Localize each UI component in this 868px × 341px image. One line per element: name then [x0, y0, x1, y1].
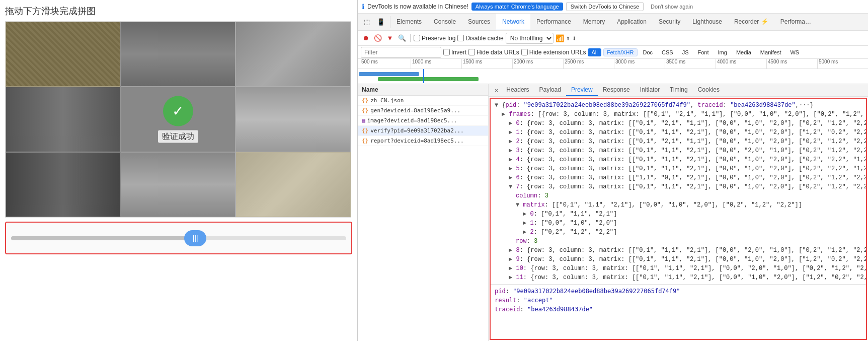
inspect-icon[interactable]: ⬚ [361, 16, 373, 28]
wifi-icon[interactable]: 📶 [556, 34, 564, 42]
json-root: ▼ {pid: "9e09a317022ba24eeb08ed88be39a26… [495, 101, 862, 110]
tab-initiator[interactable]: Initiator [635, 84, 665, 96]
preserve-log-checkbox[interactable] [414, 35, 420, 41]
puzzle-cell-2-2 [235, 152, 351, 217]
slider-fill [11, 236, 195, 240]
device-icon[interactable]: 📱 [375, 16, 387, 28]
json-item2: ▶ 2: {row: 3, column: 3, matrix: [["0,1"… [495, 137, 862, 146]
switch-chinese-button[interactable]: Switch DevTools to Chinese [566, 2, 644, 11]
upload-icon[interactable]: ⬆ [566, 34, 570, 42]
tab-console[interactable]: Console [428, 14, 462, 31]
invert-checkbox[interactable] [443, 49, 450, 55]
invert-label[interactable]: Invert [443, 49, 466, 56]
tab-sources[interactable]: Sources [462, 14, 496, 31]
item6-arrow[interactable]: ▶ [509, 174, 512, 181]
match-language-button[interactable]: Always match Chrome's language [471, 3, 563, 11]
matrix-arrow[interactable]: ▼ [516, 201, 519, 209]
item4-arrow[interactable]: ▶ [509, 156, 512, 163]
tab-elements[interactable]: Elements [390, 14, 428, 31]
network-item-name-2: image?deviceid=8ad198ec5... [367, 117, 457, 124]
item9-arrow[interactable]: ▶ [509, 256, 512, 263]
filter-img[interactable]: Img [715, 48, 731, 56]
timeline-area: 500 ms 1000 ms 1500 ms 2000 ms 2500 ms 3… [358, 59, 868, 84]
item3-arrow[interactable]: ▶ [509, 147, 512, 154]
timeline-bar-2 [378, 77, 479, 81]
hide-ext-urls-label[interactable]: Hide extension URLs [521, 49, 586, 56]
matrix1-arrow[interactable]: ▶ [523, 220, 526, 227]
matrix2-arrow[interactable]: ▶ [523, 229, 526, 236]
network-item-gen[interactable]: {} gen?deviceid=8ad198ec5a9... [358, 106, 488, 116]
filter-media[interactable]: Media [733, 48, 755, 56]
mark-500: 500 ms [360, 59, 411, 69]
timeline-bar-1 [359, 72, 419, 76]
item7-arrow[interactable]: ▼ [509, 183, 512, 190]
network-item-name-0: zh-CN.json [370, 97, 404, 104]
tab-performance2[interactable]: Performa… [774, 14, 817, 31]
tab-preview[interactable]: Preview [566, 84, 598, 96]
throttle-select[interactable]: No throttling Fast 3G Slow 3G [506, 33, 554, 44]
disable-cache-text: Disable cache [465, 35, 503, 42]
preserve-log-label[interactable]: Preserve log [414, 35, 455, 42]
slider-area[interactable]: ||| [5, 222, 352, 254]
root-arrow[interactable]: ▼ [495, 102, 498, 109]
hide-ext-urls-checkbox[interactable] [521, 49, 528, 55]
tab-lighthouse[interactable]: Lighthouse [686, 14, 728, 31]
filter-button[interactable]: ▼ [385, 33, 395, 43]
puzzle-cell-0-0 [6, 22, 121, 87]
filter-fetch-xhr[interactable]: Fetch/XHR [603, 48, 638, 56]
tab-headers[interactable]: Headers [501, 84, 534, 96]
json-item10: ▶ 10: {row: 3, column: 3, matrix: [["0,1… [495, 264, 862, 273]
clear-button[interactable]: 🚫 [373, 33, 383, 43]
item8-arrow[interactable]: ▶ [509, 247, 512, 254]
tab-network[interactable]: Network [496, 14, 530, 31]
disable-cache-checkbox[interactable] [457, 35, 464, 41]
filter-doc[interactable]: Doc [640, 48, 657, 56]
network-item-report[interactable]: {} report?deviceid=8ad198ec5... [358, 136, 488, 146]
tab-performance[interactable]: Performance [530, 14, 577, 31]
tab-cookies[interactable]: Cookies [693, 84, 725, 96]
filter-ws[interactable]: WS [786, 48, 803, 56]
mark-5000: 5000 ms [817, 59, 868, 69]
item2-arrow[interactable]: ▶ [509, 138, 512, 145]
matrix0-arrow[interactable]: ▶ [523, 211, 526, 218]
frames-arrow[interactable]: ▶ [502, 111, 505, 118]
item1-arrow[interactable]: ▶ [509, 129, 512, 136]
tab-timing[interactable]: Timing [665, 84, 693, 96]
item5-arrow[interactable]: ▶ [509, 165, 512, 172]
json-item4: ▶ 4: {row: 3, column: 3, matrix: [["0,1"… [495, 155, 862, 164]
tab-application[interactable]: Application [611, 14, 653, 31]
puzzle-cell-1-0 [6, 87, 121, 152]
network-item-verify[interactable]: {} verify?pid=9e09a317022ba2... [358, 126, 488, 136]
search-button[interactable]: 🔍 [397, 33, 407, 43]
hide-data-urls-checkbox[interactable] [468, 49, 475, 55]
hide-data-urls-text: Hide data URLs [477, 49, 519, 56]
filter-all[interactable]: All [588, 48, 601, 56]
tab-memory[interactable]: Memory [577, 14, 611, 31]
filter-font[interactable]: Font [694, 48, 713, 56]
slider-handle[interactable]: ||| [184, 230, 206, 246]
item11-arrow[interactable]: ▶ [509, 274, 512, 281]
record-button[interactable]: ⏺ [361, 33, 371, 43]
item0-arrow[interactable]: ▶ [509, 120, 512, 127]
xhr-icon-1: {} [362, 107, 368, 114]
puzzle-cell-0-2 [235, 22, 351, 87]
filter-css[interactable]: CSS [658, 48, 677, 56]
filter-js[interactable]: JS [679, 48, 692, 56]
network-toolbar: ⏺ 🚫 ▼ 🔍 Preserve log Disable cache No th… [358, 31, 868, 46]
network-item-image[interactable]: ▦ image?deviceid=8ad198ec5... [358, 116, 488, 126]
tab-response[interactable]: Response [598, 84, 635, 96]
filter-input[interactable] [361, 47, 441, 58]
hide-data-urls-label[interactable]: Hide data URLs [468, 49, 519, 56]
filter-manifest[interactable]: Manifest [757, 48, 785, 56]
puzzle-cell-1-2 [235, 87, 351, 152]
tab-recorder[interactable]: Recorder ⚡ [728, 14, 774, 31]
response-close-btn[interactable]: ✕ [492, 84, 501, 96]
disable-cache-label[interactable]: Disable cache [457, 35, 503, 42]
tab-payload[interactable]: Payload [534, 84, 566, 96]
json-item5: ▶ 5: {row: 3, column: 3, matrix: [["0,1"… [495, 164, 862, 173]
dismiss-button[interactable]: Don't show again [647, 3, 697, 11]
tab-security[interactable]: Security [653, 14, 686, 31]
network-item-zh-cn[interactable]: {} zh-CN.json [358, 96, 488, 106]
item10-arrow[interactable]: ▶ [509, 265, 512, 272]
download-icon[interactable]: ⬇ [572, 34, 576, 42]
